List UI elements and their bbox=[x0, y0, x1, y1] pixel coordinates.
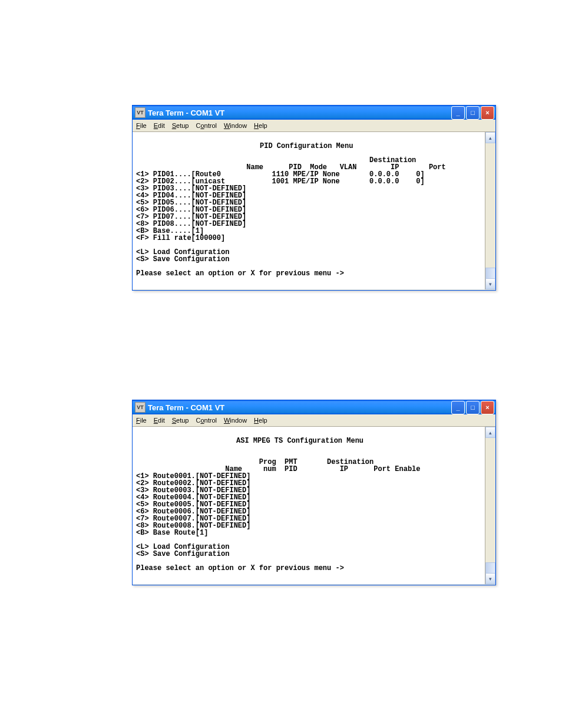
titlebar[interactable]: VT Tera Term - COM1 VT _ □ × bbox=[133, 106, 495, 120]
terminal-area[interactable]: ASI MPEG TS Configuration Menu Prog PMT … bbox=[133, 427, 495, 584]
menu-file[interactable]: File bbox=[136, 122, 147, 129]
menu-control[interactable]: Control bbox=[196, 417, 216, 424]
menu-control[interactable]: Control bbox=[196, 122, 216, 129]
titlebar[interactable]: VT Tera Term - COM1 VT _ □ × bbox=[133, 400, 495, 414]
menu-setup[interactable]: Setup bbox=[172, 417, 189, 424]
menu-edit[interactable]: Edit bbox=[154, 122, 165, 129]
menu-help[interactable]: Help bbox=[254, 417, 267, 424]
menu-window[interactable]: Window bbox=[224, 122, 247, 129]
maximize-button[interactable]: □ bbox=[466, 106, 480, 120]
menu-file[interactable]: File bbox=[136, 417, 147, 424]
scroll-down-icon[interactable]: ▾ bbox=[485, 573, 495, 584]
terminal-text: PID Configuration Menu Destination Name … bbox=[136, 136, 484, 277]
app-icon: VT bbox=[135, 107, 146, 118]
terminal-area[interactable]: PID Configuration Menu Destination Name … bbox=[133, 132, 495, 289]
menu-edit[interactable]: Edit bbox=[154, 417, 165, 424]
window-title: Tera Term - COM1 VT bbox=[148, 403, 451, 412]
terminal-window-2: VT Tera Term - COM1 VT _ □ × File Edit S… bbox=[132, 400, 496, 585]
menu-window[interactable]: Window bbox=[224, 417, 247, 424]
scrollbar[interactable]: ▴ ▾ bbox=[485, 427, 495, 584]
close-button[interactable]: × bbox=[481, 106, 494, 120]
menu-help[interactable]: Help bbox=[254, 122, 267, 129]
minimize-button[interactable]: _ bbox=[451, 401, 465, 414]
menubar: File Edit Setup Control Window Help bbox=[133, 414, 495, 427]
scroll-up-icon[interactable]: ▴ bbox=[485, 132, 495, 143]
minimize-button[interactable]: _ bbox=[451, 106, 465, 120]
scrollbar[interactable]: ▴ ▾ bbox=[485, 132, 495, 289]
scroll-up-icon[interactable]: ▴ bbox=[485, 427, 495, 438]
window-title: Tera Term - COM1 VT bbox=[148, 108, 451, 117]
app-icon: VT bbox=[135, 402, 146, 413]
maximize-button[interactable]: □ bbox=[466, 401, 480, 414]
terminal-text: ASI MPEG TS Configuration Menu Prog PMT … bbox=[136, 430, 484, 572]
menubar: File Edit Setup Control Window Help bbox=[133, 120, 495, 132]
close-button[interactable]: × bbox=[481, 401, 494, 414]
terminal-window-1: VT Tera Term - COM1 VT _ □ × File Edit S… bbox=[132, 105, 496, 291]
scroll-down-icon[interactable]: ▾ bbox=[485, 278, 495, 289]
menu-setup[interactable]: Setup bbox=[172, 122, 189, 129]
